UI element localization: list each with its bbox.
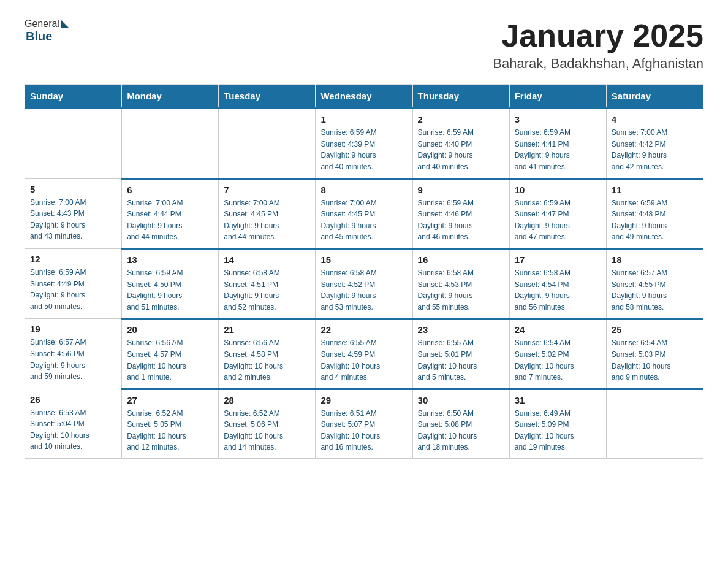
day-cell-5: 5Sunrise: 7:00 AM Sunset: 4:43 PM Daylig… [25,178,122,248]
calendar-table: SundayMondayTuesdayWednesdayThursdayFrid… [25,84,703,459]
day-number: 2 [418,114,504,124]
empty-cell [25,109,122,178]
day-number: 27 [127,395,213,405]
day-info: Sunrise: 6:54 AM Sunset: 5:02 PM Dayligh… [515,337,601,383]
day-cell-29: 29Sunrise: 6:51 AM Sunset: 5:07 PM Dayli… [316,389,412,458]
day-number: 1 [320,114,407,124]
day-number: 8 [320,185,407,195]
day-info: Sunrise: 7:00 AM Sunset: 4:42 PM Dayligh… [612,127,698,172]
calendar-body: 1Sunrise: 6:59 AM Sunset: 4:39 PM Daylig… [25,109,703,459]
day-info: Sunrise: 6:52 AM Sunset: 5:06 PM Dayligh… [224,408,310,453]
day-info: Sunrise: 6:58 AM Sunset: 4:54 PM Dayligh… [515,267,601,313]
day-header-friday: Friday [509,85,606,109]
day-number: 3 [515,114,601,124]
day-cell-9: 9Sunrise: 6:59 AM Sunset: 4:46 PM Daylig… [412,178,509,248]
day-header-monday: Monday [122,85,219,109]
day-info: Sunrise: 6:59 AM Sunset: 4:40 PM Dayligh… [418,127,504,172]
day-number: 22 [320,324,407,335]
day-info: Sunrise: 6:59 AM Sunset: 4:46 PM Dayligh… [418,197,504,243]
day-info: Sunrise: 6:55 AM Sunset: 4:59 PM Dayligh… [320,337,407,383]
day-number: 16 [418,255,504,265]
day-number: 23 [418,324,504,335]
day-cell-2: 2Sunrise: 6:59 AM Sunset: 4:40 PM Daylig… [412,109,509,178]
day-info: Sunrise: 6:55 AM Sunset: 5:01 PM Dayligh… [418,337,504,383]
day-info: Sunrise: 6:51 AM Sunset: 5:07 PM Dayligh… [320,408,407,453]
day-header-tuesday: Tuesday [219,85,316,109]
day-header-wednesday: Wednesday [316,85,412,109]
day-cell-25: 25Sunrise: 6:54 AM Sunset: 5:03 PM Dayli… [606,319,703,389]
day-number: 30 [418,395,504,405]
day-number: 15 [320,255,407,265]
day-info: Sunrise: 6:59 AM Sunset: 4:39 PM Dayligh… [320,127,407,172]
day-info: Sunrise: 6:59 AM Sunset: 4:47 PM Dayligh… [515,197,601,243]
day-info: Sunrise: 7:00 AM Sunset: 4:43 PM Dayligh… [30,197,116,242]
day-info: Sunrise: 6:50 AM Sunset: 5:08 PM Dayligh… [418,408,504,453]
day-info: Sunrise: 7:00 AM Sunset: 4:45 PM Dayligh… [224,197,310,243]
day-cell-13: 13Sunrise: 6:59 AM Sunset: 4:50 PM Dayli… [122,248,219,318]
day-number: 21 [224,324,310,335]
day-info: Sunrise: 6:59 AM Sunset: 4:48 PM Dayligh… [612,197,698,243]
week-row-4: 19Sunrise: 6:57 AM Sunset: 4:56 PM Dayli… [25,319,703,389]
empty-cell [219,109,316,178]
day-info: Sunrise: 6:49 AM Sunset: 5:09 PM Dayligh… [515,408,601,453]
day-number: 31 [515,395,601,405]
day-cell-30: 30Sunrise: 6:50 AM Sunset: 5:08 PM Dayli… [412,389,509,458]
day-cell-1: 1Sunrise: 6:59 AM Sunset: 4:39 PM Daylig… [316,109,412,178]
day-number: 25 [612,324,698,335]
day-cell-28: 28Sunrise: 6:52 AM Sunset: 5:06 PM Dayli… [219,389,316,458]
logo-general-text: General [25,18,59,29]
week-row-1: 1Sunrise: 6:59 AM Sunset: 4:39 PM Daylig… [25,109,703,178]
day-number: 29 [320,395,407,405]
day-number: 13 [127,255,213,265]
day-cell-3: 3Sunrise: 6:59 AM Sunset: 4:41 PM Daylig… [509,109,606,178]
day-cell-8: 8Sunrise: 7:00 AM Sunset: 4:45 PM Daylig… [316,178,412,248]
day-cell-22: 22Sunrise: 6:55 AM Sunset: 4:59 PM Dayli… [316,319,412,389]
day-cell-21: 21Sunrise: 6:56 AM Sunset: 4:58 PM Dayli… [219,319,316,389]
page-header: General Blue January 2025 Baharak, Badak… [25,18,703,72]
day-number: 5 [30,184,116,194]
calendar-header: SundayMondayTuesdayWednesdayThursdayFrid… [25,85,703,109]
day-number: 24 [515,324,601,335]
day-info: Sunrise: 6:56 AM Sunset: 4:57 PM Dayligh… [127,337,213,383]
day-cell-18: 18Sunrise: 6:57 AM Sunset: 4:55 PM Dayli… [606,248,703,318]
day-number: 6 [127,185,213,195]
week-row-2: 5Sunrise: 7:00 AM Sunset: 4:43 PM Daylig… [25,178,703,248]
day-number: 12 [30,254,116,264]
day-number: 4 [612,114,698,124]
day-cell-17: 17Sunrise: 6:58 AM Sunset: 4:54 PM Dayli… [509,248,606,318]
day-cell-14: 14Sunrise: 6:58 AM Sunset: 4:51 PM Dayli… [219,248,316,318]
day-header-thursday: Thursday [412,85,509,109]
day-number: 17 [515,255,601,265]
logo: General Blue [25,18,70,44]
day-info: Sunrise: 6:58 AM Sunset: 4:51 PM Dayligh… [224,267,310,313]
day-info: Sunrise: 6:53 AM Sunset: 5:04 PM Dayligh… [30,407,116,453]
day-cell-16: 16Sunrise: 6:58 AM Sunset: 4:53 PM Dayli… [412,248,509,318]
day-number: 18 [612,255,698,265]
day-header-saturday: Saturday [606,85,703,109]
day-number: 14 [224,255,310,265]
day-cell-10: 10Sunrise: 6:59 AM Sunset: 4:47 PM Dayli… [509,178,606,248]
calendar-location: Baharak, Badakhshan, Afghanistan [493,56,703,72]
logo-blue-text: Blue [26,29,52,43]
day-number: 10 [515,185,601,195]
day-info: Sunrise: 6:59 AM Sunset: 4:49 PM Dayligh… [30,267,116,312]
day-info: Sunrise: 6:58 AM Sunset: 4:53 PM Dayligh… [418,267,504,313]
day-number: 9 [418,185,504,195]
day-number: 11 [612,185,698,195]
empty-cell [606,389,703,458]
day-cell-24: 24Sunrise: 6:54 AM Sunset: 5:02 PM Dayli… [509,319,606,389]
day-headers-row: SundayMondayTuesdayWednesdayThursdayFrid… [25,85,703,109]
day-info: Sunrise: 6:59 AM Sunset: 4:41 PM Dayligh… [515,127,601,172]
day-info: Sunrise: 6:57 AM Sunset: 4:55 PM Dayligh… [612,267,698,313]
week-row-3: 12Sunrise: 6:59 AM Sunset: 4:49 PM Dayli… [25,248,703,318]
day-cell-4: 4Sunrise: 7:00 AM Sunset: 4:42 PM Daylig… [606,109,703,178]
day-cell-11: 11Sunrise: 6:59 AM Sunset: 4:48 PM Dayli… [606,178,703,248]
week-row-5: 26Sunrise: 6:53 AM Sunset: 5:04 PM Dayli… [25,389,703,458]
day-cell-6: 6Sunrise: 7:00 AM Sunset: 4:44 PM Daylig… [122,178,219,248]
calendar-month-title: January 2025 [493,18,703,53]
day-cell-12: 12Sunrise: 6:59 AM Sunset: 4:49 PM Dayli… [25,248,122,318]
day-info: Sunrise: 6:52 AM Sunset: 5:05 PM Dayligh… [127,408,213,453]
day-info: Sunrise: 7:00 AM Sunset: 4:45 PM Dayligh… [320,197,407,243]
day-cell-26: 26Sunrise: 6:53 AM Sunset: 5:04 PM Dayli… [25,389,122,458]
day-info: Sunrise: 7:00 AM Sunset: 4:44 PM Dayligh… [127,197,213,243]
